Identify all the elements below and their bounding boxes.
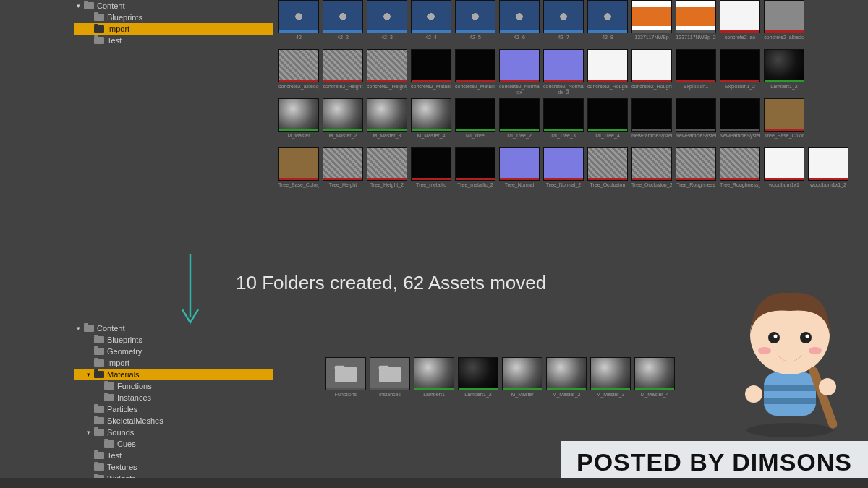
asset-label: 42_2 bbox=[323, 35, 363, 46]
svg-point-7 bbox=[800, 332, 812, 343]
tree-item[interactable]: Blueprints bbox=[74, 334, 273, 346]
asset-thumbnail[interactable]: concrete2_albedo bbox=[764, 0, 804, 46]
asset-thumbnail[interactable]: Explosion1_2 bbox=[720, 49, 760, 95]
folder-icon bbox=[94, 417, 104, 424]
asset-thumbnail[interactable]: Functions bbox=[326, 357, 366, 403]
asset-thumbnail[interactable]: NewParticleSystem1_3 bbox=[720, 98, 760, 145]
tree-item[interactable]: Geometry bbox=[74, 346, 273, 357]
asset-thumbnail[interactable]: NewParticleSystem1_2 bbox=[676, 98, 716, 145]
tree-item[interactable]: Particles bbox=[74, 403, 273, 415]
tree-item[interactable]: Test bbox=[74, 450, 273, 461]
asset-thumbnail[interactable]: 42_5 bbox=[455, 0, 495, 46]
tree-item[interactable]: Textures bbox=[74, 461, 273, 473]
tree-item-label: Instances bbox=[117, 393, 151, 402]
tree-item[interactable]: ▾Content bbox=[74, 322, 273, 334]
asset-thumbnail[interactable]: M_Master_3 bbox=[590, 357, 631, 403]
asset-thumbnail[interactable]: 42_3 bbox=[367, 0, 407, 46]
folder-icon bbox=[104, 440, 114, 448]
asset-thumbnail[interactable]: M_Master_2 bbox=[546, 357, 587, 403]
asset-thumbnail[interactable]: Instances bbox=[370, 357, 410, 403]
asset-thumbnail[interactable]: Tree_Normal bbox=[499, 147, 540, 194]
asset-thumbnail[interactable]: Tree_Normal_2 bbox=[543, 147, 584, 194]
tree-item[interactable]: ▾Content bbox=[74, 0, 273, 12]
asset-grid-before[interactable]: 4242_242_342_442_542_642_742_81337117NWB… bbox=[278, 0, 868, 197]
tree-item-label: Content bbox=[97, 324, 125, 333]
asset-thumbnail[interactable]: MI_Tree bbox=[455, 98, 495, 145]
tree-item[interactable]: Import bbox=[74, 357, 273, 369]
asset-thumbnail[interactable]: concrete2_Metallic_2 bbox=[455, 49, 495, 95]
asset-thumbnail[interactable]: Explosion1 bbox=[676, 49, 716, 95]
asset-thumbnail[interactable]: Tree_Base_Color bbox=[764, 98, 804, 145]
tree-item[interactable]: Test bbox=[74, 35, 273, 46]
svg-point-1 bbox=[746, 423, 833, 437]
asset-thumbnail[interactable]: woodburn1x1 bbox=[764, 147, 804, 194]
tree-item[interactable]: Blueprints bbox=[74, 12, 273, 23]
asset-thumbnail[interactable]: Tree_Roughness_2 bbox=[720, 147, 760, 194]
asset-thumbnail[interactable]: concrete2_Normal-dx bbox=[499, 49, 540, 95]
asset-thumbnail[interactable]: MI_Tree_3 bbox=[543, 98, 584, 145]
asset-thumbnail[interactable]: concrete2_Metallic bbox=[411, 49, 451, 95]
asset-thumbnail[interactable]: Tree_Base_Color_2 bbox=[278, 147, 319, 194]
svg-point-13 bbox=[745, 385, 762, 403]
asset-label: M_Master_2 bbox=[323, 133, 363, 145]
asset-thumbnail[interactable]: 42_6 bbox=[499, 0, 540, 46]
tree-item[interactable]: Import bbox=[74, 23, 273, 35]
asset-thumbnail[interactable]: concrete2_Roughness_2 bbox=[631, 49, 672, 95]
folder-icon bbox=[94, 452, 104, 459]
asset-thumbnail[interactable]: M_Master bbox=[502, 357, 542, 403]
expand-arrow-icon[interactable]: ▾ bbox=[77, 2, 84, 9]
asset-thumbnail[interactable]: Tree_Roughness bbox=[676, 147, 716, 194]
asset-thumbnail[interactable]: M_Master_3 bbox=[367, 98, 407, 145]
asset-thumbnail[interactable]: concrete2_Normal-dx_2 bbox=[543, 49, 584, 95]
asset-thumbnail[interactable]: NewParticleSystem1 bbox=[631, 98, 672, 145]
asset-thumbnail[interactable]: concrete2_Height bbox=[323, 49, 363, 95]
asset-thumbnail[interactable]: Tree_Height_2 bbox=[367, 147, 407, 194]
asset-thumbnail[interactable]: 42_8 bbox=[587, 0, 628, 46]
expand-arrow-icon[interactable]: ▾ bbox=[77, 325, 84, 332]
asset-label: concrete2_Metallic bbox=[411, 84, 451, 95]
asset-label: concrete2_Roughness_2 bbox=[631, 84, 672, 95]
asset-thumbnail[interactable]: concrete2_ao bbox=[720, 0, 760, 46]
asset-thumbnail[interactable]: 42 bbox=[278, 0, 319, 46]
asset-thumbnail[interactable]: Lambert1 bbox=[414, 357, 454, 403]
asset-thumbnail[interactable]: Lambert1_2 bbox=[764, 49, 804, 95]
tree-item[interactable]: ▾Sounds bbox=[74, 427, 273, 438]
asset-label: NewParticleSystem1_3 bbox=[720, 133, 760, 145]
asset-thumbnail[interactable]: 42_4 bbox=[411, 0, 451, 46]
asset-thumbnail[interactable]: M_Master_2 bbox=[323, 98, 363, 145]
asset-thumbnail[interactable]: woodburn1x1_2 bbox=[808, 147, 848, 194]
asset-thumbnail[interactable]: Tree_Occlusion bbox=[587, 147, 628, 194]
asset-thumbnail[interactable]: Tree_metallic bbox=[411, 147, 451, 194]
expand-arrow-icon[interactable]: ▾ bbox=[87, 429, 94, 436]
asset-thumbnail[interactable]: Tree_Height bbox=[323, 147, 363, 194]
asset-thumbnail[interactable]: Tree_metallic_2 bbox=[455, 147, 495, 194]
asset-thumbnail[interactable]: M_Master bbox=[278, 98, 319, 145]
asset-label: Tree_Height_2 bbox=[367, 182, 407, 194]
asset-thumbnail[interactable]: M_Master_4 bbox=[411, 98, 451, 145]
tree-item[interactable]: Instances bbox=[74, 392, 273, 403]
asset-label: MI_Tree_4 bbox=[587, 133, 628, 145]
asset-thumbnail[interactable]: 42_2 bbox=[323, 0, 363, 46]
tree-item[interactable]: Functions bbox=[74, 380, 273, 392]
asset-thumbnail[interactable]: Tree_Occlusion_2 bbox=[631, 147, 672, 194]
folder-tree-before[interactable]: ▾ContentBlueprintsImportTest bbox=[74, 0, 273, 46]
expand-arrow-icon[interactable]: ▾ bbox=[87, 371, 94, 378]
asset-thumbnail[interactable]: concrete2_Height_2 bbox=[367, 49, 407, 95]
asset-thumbnail[interactable]: MI_Tree_4 bbox=[587, 98, 628, 145]
tree-item[interactable]: ▾Materials bbox=[74, 369, 273, 380]
tree-item[interactable]: Cues bbox=[74, 438, 273, 450]
tree-item[interactable]: SkeletalMeshes bbox=[74, 415, 273, 427]
asset-label: 42_7 bbox=[543, 35, 584, 46]
asset-thumbnail[interactable]: Lambert1_2 bbox=[458, 357, 498, 403]
folder-tree-after[interactable]: ▾ContentBlueprintsGeometryImport▾Materia… bbox=[74, 322, 273, 484]
asset-thumbnail[interactable]: 1337117NWBp_2 bbox=[676, 0, 716, 46]
asset-label: Tree_metallic_2 bbox=[455, 182, 495, 194]
asset-thumbnail[interactable]: 42_7 bbox=[543, 0, 584, 46]
asset-thumbnail[interactable]: 1337117NWBp bbox=[631, 0, 672, 46]
asset-thumbnail[interactable]: MI_Tree_2 bbox=[499, 98, 540, 145]
asset-thumbnail[interactable]: concrete2_albedo_2 bbox=[278, 49, 319, 95]
cartoon-mascot bbox=[718, 278, 862, 445]
folder-icon bbox=[94, 14, 104, 21]
asset-thumbnail[interactable]: concrete2_Roughness bbox=[587, 49, 628, 95]
asset-thumbnail[interactable]: M_Master_4 bbox=[634, 357, 675, 403]
